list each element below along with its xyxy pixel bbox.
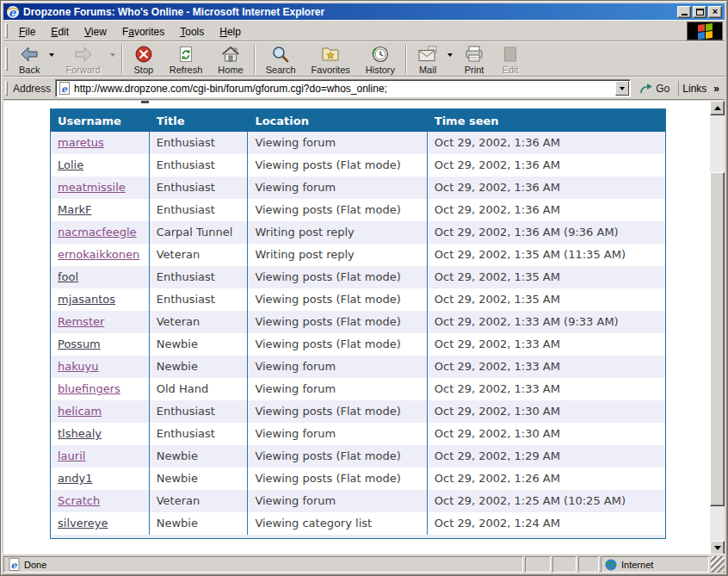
scroll-up-button[interactable] <box>710 101 725 115</box>
time-seen-cell: Oct 29, 2002, 1:33 AM <box>428 333 665 356</box>
address-bar: Address e http://www.dropzone.com/cgi-bi… <box>3 77 725 100</box>
column-header-location: Location <box>248 115 427 127</box>
table-row: laurilNewbieViewing posts (Flat mode)Oct… <box>51 445 665 468</box>
toolbar-button-label: Mail <box>419 65 436 75</box>
username-link[interactable]: lauril <box>58 449 85 462</box>
username-link[interactable]: helicam <box>58 405 102 418</box>
address-input[interactable]: e http://www.dropzone.com/cgi-bin/forum/… <box>55 79 631 97</box>
minimize-button[interactable] <box>677 6 691 18</box>
time-seen-cell: Oct 29, 2002, 1:36 AM <box>428 199 665 221</box>
username-link[interactable]: fool <box>58 270 78 283</box>
toolbar-button-label: Back <box>19 65 40 75</box>
location-cell: Viewing forum <box>248 490 427 512</box>
ie-logo-icon: e <box>6 5 20 19</box>
location-cell: Viewing forum <box>248 356 427 378</box>
username-link[interactable]: Lolie <box>58 158 83 171</box>
menu-items: FileEditViewFavoritesToolsHelp <box>11 23 249 39</box>
links-label: Links <box>682 83 706 95</box>
refresh-button[interactable]: Refresh <box>163 42 210 77</box>
username-link[interactable]: silvereye <box>58 517 108 530</box>
location-cell: Viewing forum <box>248 177 427 199</box>
title-cell: Enthusiast <box>150 132 249 154</box>
username-link[interactable]: ernokaikkonen <box>58 248 139 261</box>
refresh-icon <box>176 45 195 64</box>
username-link[interactable]: Possum <box>58 338 101 350</box>
toolbar-grip[interactable] <box>5 47 8 71</box>
stop-button[interactable]: Stop <box>126 42 161 77</box>
go-button[interactable]: Go <box>634 81 676 96</box>
menu-bar-grip[interactable] <box>5 23 8 37</box>
location-cell: Viewing posts (Flat mode) <box>248 333 427 356</box>
whos-online-table: UsernameTitleLocationTime seen maretusEn… <box>50 108 666 539</box>
username-link[interactable]: hakuyu <box>58 360 99 373</box>
windows-logo-throbber <box>687 22 723 40</box>
address-bar-grip[interactable] <box>5 81 8 96</box>
zone-label: Internet <box>621 560 653 570</box>
address-dropdown-button[interactable] <box>615 81 629 96</box>
menu-item-view[interactable]: View <box>77 23 114 40</box>
username-link[interactable]: andy1 <box>58 472 92 485</box>
title-cell: Newbie <box>150 356 249 378</box>
username-link[interactable]: Remster <box>58 315 104 328</box>
menu-item-help[interactable]: Help <box>212 23 249 40</box>
username-cell: maretus <box>51 132 150 154</box>
table-header-row: UsernameTitleLocationTime seen <box>51 109 665 132</box>
resize-grip[interactable] <box>711 556 725 573</box>
scrollbar-thumb[interactable] <box>710 172 725 506</box>
search-button[interactable]: Search <box>259 42 303 77</box>
links-toolbar[interactable]: Links » <box>678 81 725 96</box>
forward-dropdown[interactable] <box>108 42 118 77</box>
menu-item-file[interactable]: File <box>11 23 43 40</box>
table-row: foolEnthusiastViewing posts (Flat mode)O… <box>51 266 665 288</box>
status-pane: e Done <box>3 556 523 573</box>
toolbar-button-label: Search <box>266 65 296 75</box>
status-text: Done <box>24 560 46 570</box>
toolbar-button-label: Edit <box>503 65 519 75</box>
menu-item-favorites[interactable]: Favorites <box>114 23 172 40</box>
username-link[interactable]: MarkF <box>58 203 92 216</box>
history-button[interactable]: History <box>359 42 402 77</box>
browser-window: e Dropzone Forums: Who's Online - Micros… <box>0 0 728 576</box>
username-cell: meatmissile <box>51 177 150 199</box>
ie-page-icon: e <box>59 82 71 95</box>
print-button[interactable]: Print <box>457 42 491 77</box>
title-cell: Old Hand <box>150 378 249 400</box>
table-footer-strip <box>51 535 665 538</box>
time-seen-cell: Oct 29, 2002, 1:36 AM <box>428 132 665 154</box>
username-cell: lauril <box>51 445 150 468</box>
table-row: MarkFEnthusiastViewing posts (Flat mode)… <box>51 199 665 221</box>
chevron-right-icon: » <box>713 83 719 95</box>
location-cell: Viewing posts (Flat mode) <box>248 400 427 423</box>
username-link[interactable]: maretus <box>58 136 104 149</box>
history-icon <box>371 45 390 64</box>
back-button[interactable]: Back <box>12 42 46 77</box>
table-row: tlshealyEnthusiastViewing forumOct 29, 2… <box>51 423 665 445</box>
column-header-title: Title <box>150 115 249 127</box>
menu-item-edit[interactable]: Edit <box>43 23 77 40</box>
favorites-button[interactable]: Favorites <box>305 42 357 77</box>
username-link[interactable]: nacmacfeegle <box>58 226 137 238</box>
mail-button[interactable]: Mail <box>410 42 445 77</box>
globe-icon <box>605 559 617 571</box>
maximize-button[interactable] <box>693 6 706 18</box>
mail-dropdown[interactable] <box>445 42 455 77</box>
username-link[interactable]: mjasantos <box>58 293 115 306</box>
username-cell: bluefingers <box>51 378 150 400</box>
username-link[interactable]: tlshealy <box>58 427 102 440</box>
menu-item-tools[interactable]: Tools <box>172 23 212 40</box>
time-seen-cell: Oct 29, 2002, 1:33 AM (9:33 AM) <box>428 311 665 333</box>
close-button[interactable]: × <box>708 6 722 18</box>
vertical-scrollbar[interactable] <box>710 101 725 555</box>
username-link[interactable]: meatmissile <box>58 181 126 194</box>
username-link[interactable]: Scratch <box>58 494 100 507</box>
username-link[interactable]: bluefingers <box>58 382 120 395</box>
back-dropdown[interactable] <box>46 42 57 77</box>
location-cell: Viewing posts (Flat mode) <box>248 199 427 221</box>
location-cell: Viewing posts (Flat mode) <box>248 311 427 333</box>
title-cell: Newbie <box>150 512 249 535</box>
location-cell: Viewing posts (Flat mode) <box>248 154 427 177</box>
close-icon: × <box>713 7 718 16</box>
forward-button: Forward <box>59 42 107 77</box>
svg-text:e: e <box>61 84 68 95</box>
home-button[interactable]: Home <box>211 42 250 77</box>
